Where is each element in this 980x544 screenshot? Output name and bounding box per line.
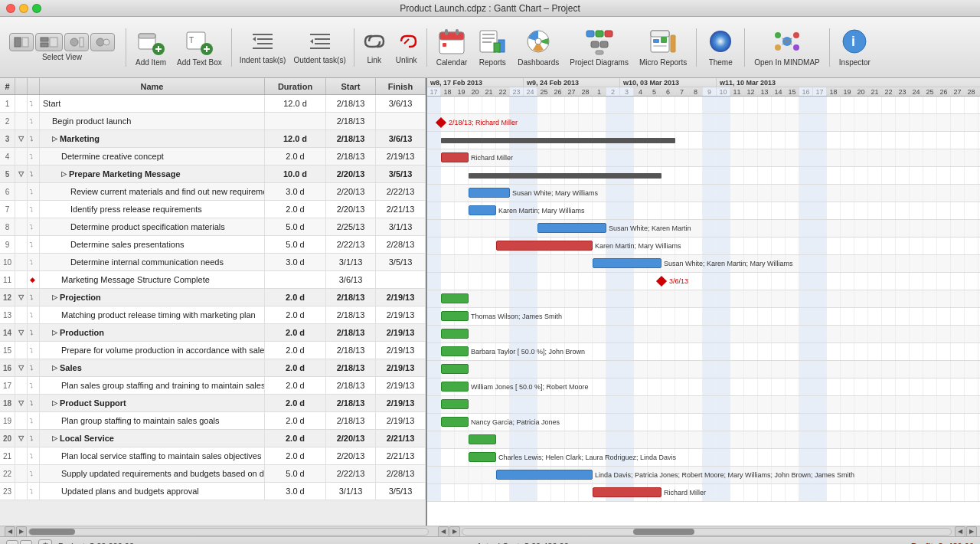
close-button[interactable]	[6, 4, 15, 13]
row-expand-toggle[interactable]: ▽	[15, 430, 28, 447]
add-item-button[interactable]: Add Item	[131, 21, 171, 74]
row-expand-toggle[interactable]: ▽	[15, 130, 28, 147]
gantt-bar[interactable]	[441, 311, 469, 321]
gantt-bar[interactable]	[441, 293, 469, 303]
table-row[interactable]: 14▽⤵▷Production2.0 d2/18/132/19/13	[0, 324, 426, 342]
gantt-bar[interactable]	[441, 346, 469, 356]
table-row[interactable]: 18▽⤵▷Product Support2.0 d2/18/132/19/13	[0, 395, 426, 412]
gantt-bar[interactable]	[537, 223, 606, 233]
table-row[interactable]: 6⤵Review current materials and find out …	[0, 183, 426, 201]
unlink-button[interactable]: Unlink	[391, 21, 422, 74]
row-expand-toggle[interactable]	[15, 183, 28, 200]
row-expand-toggle[interactable]	[15, 447, 28, 464]
gantt-scroll-left-btn[interactable]: ◀	[438, 526, 449, 537]
row-expand-toggle[interactable]	[15, 236, 28, 253]
gear-button[interactable]: ⚙	[38, 539, 52, 545]
left-scrollbar[interactable]	[28, 528, 429, 536]
table-row[interactable]: 9⤵Determine sales presentations5.0 d2/22…	[0, 236, 426, 254]
row-expand-toggle[interactable]: ▽	[15, 165, 28, 182]
gantt-bar[interactable]	[441, 138, 675, 143]
table-row[interactable]: 7⤵Identify press release requirements2.0…	[0, 201, 426, 218]
row-start: 2/20/13	[326, 447, 376, 464]
row-expand-toggle[interactable]	[15, 465, 28, 482]
table-row[interactable]: 5▽⤵▷Prepare Marketing Message10.0 d2/20/…	[0, 165, 426, 183]
table-row[interactable]: 16▽⤵▷Sales2.0 d2/18/132/19/13	[0, 359, 426, 377]
row-expand-toggle[interactable]	[15, 254, 28, 270]
table-row[interactable]: 1⤵Start12.0 d2/18/133/6/13	[0, 95, 426, 113]
sv-btn-1[interactable]	[9, 33, 34, 51]
row-start: 2/22/13	[326, 236, 376, 253]
gantt-bar[interactable]	[441, 152, 469, 162]
gantt-bar[interactable]	[441, 364, 469, 374]
table-row[interactable]: 8⤵Determine product specification materi…	[0, 218, 426, 236]
gantt-bar[interactable]	[469, 452, 496, 462]
minus-button[interactable]: −	[6, 540, 18, 545]
sv-btn-4[interactable]	[90, 33, 115, 51]
row-expand-toggle[interactable]	[15, 342, 28, 359]
table-row[interactable]: 3▽⤵▷Marketing12.0 d2/18/133/6/13	[0, 130, 426, 148]
gantt-bar[interactable]	[496, 241, 593, 251]
row-expand-toggle[interactable]: ▽	[15, 289, 28, 306]
table-row[interactable]: 12▽⤵▷Projection2.0 d2/18/132/19/13	[0, 289, 426, 306]
table-row[interactable]: 17⤵Plan sales group staffing and trainin…	[0, 377, 426, 395]
row-expand-toggle[interactable]: ▽	[15, 359, 28, 376]
row-expand-toggle[interactable]	[15, 218, 28, 235]
indent-button[interactable]: Indent task(s)	[237, 21, 289, 74]
row-expand-toggle[interactable]	[15, 412, 28, 429]
table-row[interactable]: 22⤵Supply updated requirements and budge…	[0, 465, 426, 483]
table-row[interactable]: 11◆Marketing Message Structure Complete3…	[0, 271, 426, 289]
gantt-bar[interactable]	[441, 417, 469, 427]
table-row[interactable]: 10⤵Determine internal communication need…	[0, 254, 426, 271]
add-text-box-button[interactable]: T Add Text Box	[172, 21, 227, 74]
gantt-scrollbar[interactable]	[462, 528, 952, 536]
gantt-bar[interactable]	[593, 487, 662, 497]
row-expand-toggle[interactable]	[15, 148, 28, 165]
gantt-scroll-left2-btn[interactable]: ◀	[955, 526, 965, 537]
reports-button[interactable]: Reports	[473, 21, 511, 74]
row-expand-toggle[interactable]	[15, 377, 28, 394]
outdent-button[interactable]: Outdent task(s)	[290, 21, 348, 74]
minimize-button[interactable]	[19, 4, 28, 13]
table-row[interactable]: 21⤵Plan local service staffing to mainta…	[0, 447, 426, 465]
gantt-scroll-right-btn[interactable]: ▶	[449, 526, 460, 537]
table-row[interactable]: 23⤵Updated plans and budgets approval3.0…	[0, 483, 426, 500]
gantt-scroll-right2-btn[interactable]: ▶	[966, 526, 977, 537]
scroll-left-btn[interactable]: ◀	[5, 526, 15, 537]
table-row[interactable]: 4⤵Determine creative concept2.0 d2/18/13…	[0, 148, 426, 165]
table-row[interactable]: 15⤵Prepare for volume production in acco…	[0, 342, 426, 359]
inspector-button[interactable]: i Inspector	[835, 21, 875, 74]
sv-btn-2[interactable]	[35, 33, 63, 51]
gantt-bar[interactable]	[469, 173, 662, 179]
table-row[interactable]: 2⤵Begin product launch2/18/13	[0, 113, 426, 130]
micro-reports-button[interactable]: Micro Reports	[635, 21, 691, 74]
table-row[interactable]: 13⤵Matching product release timing with …	[0, 306, 426, 324]
table-row[interactable]: 20▽⤵▷Local Service2.0 d2/20/132/21/13	[0, 430, 426, 447]
theme-button[interactable]: Theme	[701, 21, 740, 74]
plus-button[interactable]: +	[20, 540, 32, 545]
row-expand-toggle[interactable]	[15, 113, 28, 129]
gantt-bar[interactable]	[593, 258, 662, 268]
row-expand-toggle[interactable]	[15, 201, 28, 218]
gantt-bar[interactable]	[469, 434, 496, 444]
project-diagrams-button[interactable]: Project Diagrams	[565, 21, 633, 74]
row-expand-toggle[interactable]: ▽	[15, 395, 28, 411]
row-expand-toggle[interactable]	[15, 306, 28, 323]
open-mindmap-button[interactable]: Open In MINDMAP	[750, 21, 825, 74]
row-expand-toggle[interactable]	[15, 483, 28, 500]
dashboards-button[interactable]: Dashboards	[513, 21, 564, 74]
scroll-right-btn[interactable]: ▶	[16, 526, 27, 537]
row-expand-toggle[interactable]: ▽	[15, 324, 28, 341]
calendar-button[interactable]: Calendar	[432, 21, 472, 74]
link-button[interactable]: Link	[359, 21, 390, 74]
gantt-bar[interactable]	[441, 329, 469, 339]
maximize-button[interactable]	[32, 4, 41, 13]
sv-btn-3[interactable]	[64, 33, 89, 51]
table-row[interactable]: 19⤵Plan group staffing to maintain sales…	[0, 412, 426, 430]
gantt-bar[interactable]	[469, 205, 496, 215]
gantt-bar[interactable]	[469, 188, 510, 198]
row-expand-toggle[interactable]	[15, 271, 28, 288]
gantt-bar[interactable]	[441, 399, 469, 409]
row-expand-toggle[interactable]	[15, 95, 28, 112]
gantt-bar[interactable]	[441, 382, 469, 392]
gantt-bar[interactable]	[496, 470, 593, 480]
